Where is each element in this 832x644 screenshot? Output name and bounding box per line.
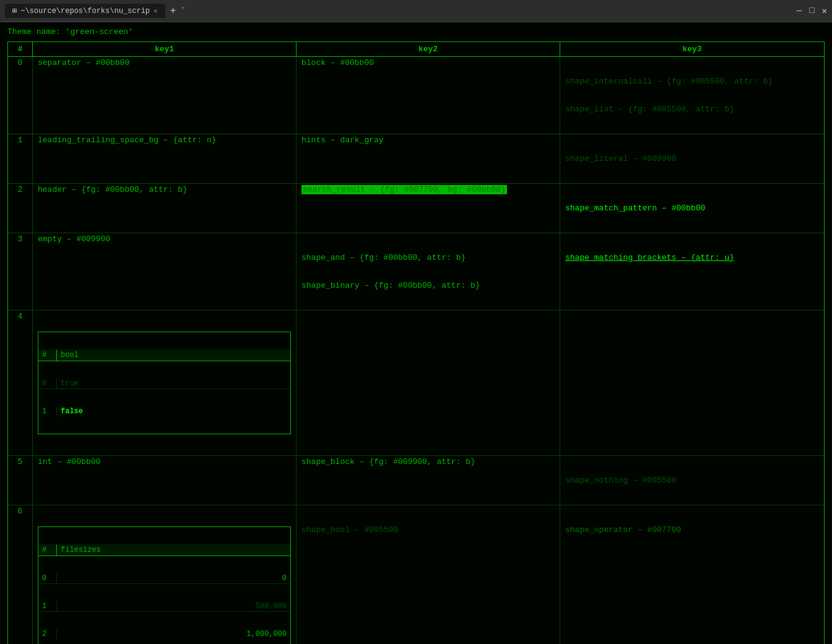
header-key2: key2	[297, 42, 560, 56]
inner-header-filesizes: filesizes	[57, 544, 290, 556]
terminal-tab[interactable]: ⊞ ~\source\repos\forks\nu_scrip ✕	[5, 4, 165, 18]
cell-key1: # filesizes 0 0 1 500,000 2 1,000,000	[33, 505, 297, 644]
cell-key2: shape_block – {fg: #009900, attr: b}	[297, 456, 560, 505]
tab-close-button[interactable]: ✕	[154, 7, 158, 15]
inner-cell-val: 500,000	[57, 601, 290, 611]
cell-key1: separator – #00bb00	[33, 57, 297, 134]
terminal-icon: ⊞	[12, 6, 17, 15]
table-row: 0 separator – #00bb00 block – #00bb00 sh…	[8, 57, 824, 134]
cell-key3: shape_internalcall – {fg: #005500, attr:…	[560, 57, 824, 134]
table-row: 4 # bool 0 true 1 false	[8, 311, 824, 456]
cell-key2: shape_and – {fg: #00bb00, attr: b} shape…	[297, 233, 560, 310]
table-row: 1 leading_trailing_space_bg – {attr: n} …	[8, 134, 824, 184]
header-num: #	[8, 42, 33, 56]
cell-key3: shape_nothing – #005500	[560, 456, 824, 505]
terminal-content: Theme name: 'green-screen' # key1 key2 k…	[0, 22, 832, 644]
restore-button[interactable]: □	[809, 6, 814, 16]
cell-num: 5	[8, 456, 33, 505]
table-row: 2 header – {fg: #00bb00, attr: b} search…	[8, 184, 824, 233]
main-table: # key1 key2 key3 0 separator – #00bb00 b…	[7, 41, 825, 644]
minimize-button[interactable]: —	[797, 6, 802, 16]
cell-num: 2	[8, 184, 33, 233]
cell-key1: # bool 0 true 1 false	[33, 311, 297, 455]
inner-header-num: #	[38, 544, 57, 556]
table-row: 5 int – #00bb00 shape_block – {fg: #0099…	[8, 456, 824, 505]
inner-cell-num: 0	[38, 573, 57, 583]
cell-key2: shape_bool – #005500	[297, 505, 560, 644]
tab-label: ~\source\repos\forks\nu_scrip	[20, 7, 150, 15]
inner-bool-table: # bool 0 true 1 false	[38, 332, 291, 434]
cell-key2: block – #00bb00	[297, 57, 560, 134]
new-tab-button[interactable]: +	[170, 6, 176, 17]
inner-cell-num: 1	[38, 601, 57, 611]
cell-key2	[297, 311, 560, 455]
inner-cell-num: 2	[38, 629, 57, 639]
theme-name-line: Theme name: 'green-screen'	[7, 27, 825, 36]
table-row: 3 empty – #009900 shape_and – {fg: #00bb…	[8, 233, 824, 311]
cell-num: 6	[8, 505, 33, 644]
window-controls: — □ ✕	[797, 6, 827, 16]
cell-key3: shape_match_pattern – #00bb00	[560, 184, 824, 233]
cell-key1: leading_trailing_space_bg – {attr: n}	[33, 134, 297, 183]
cell-num: 4	[8, 311, 33, 455]
cell-key3: shape_matching_brackets – {attr: u}	[560, 233, 824, 310]
tab-dropdown[interactable]: ˅	[181, 6, 185, 16]
cell-num: 0	[8, 57, 33, 134]
header-key1: key1	[33, 42, 297, 56]
inner-cell-val: 0	[57, 573, 290, 583]
cell-key2: search_result – {fg: #007700, bg: #00bb0…	[297, 184, 560, 233]
inner-header-bool: bool	[57, 350, 290, 361]
cell-num: 3	[8, 233, 33, 310]
cell-key1: int – #00bb00	[33, 456, 297, 505]
search-result-highlight: search_result – {fg: #007700, bg: #00bb0…	[301, 185, 507, 194]
table-header-row: # key1 key2 key3	[8, 42, 824, 57]
titlebar: ⊞ ~\source\repos\forks\nu_scrip ✕ + ˅ — …	[0, 0, 832, 22]
inner-filesizes-table: # filesizes 0 0 1 500,000 2 1,000,000	[38, 526, 291, 644]
cell-key1: header – {fg: #00bb00, attr: b}	[33, 184, 297, 233]
inner-cell-false: false	[57, 406, 290, 416]
inner-cell-val: 1,000,000	[57, 629, 290, 639]
inner-cell-num: 0	[38, 379, 57, 389]
cell-key3	[560, 311, 824, 455]
cell-key1: empty – #009900	[33, 233, 297, 310]
inner-cell-num: 1	[38, 406, 57, 416]
cell-key2: hints – dark_gray	[297, 134, 560, 183]
table-row: 6 # filesizes 0 0 1 500,000	[8, 505, 824, 644]
close-button[interactable]: ✕	[822, 6, 827, 16]
inner-cell-true: true	[57, 379, 290, 389]
cell-key3: shape_literal – #009900	[560, 134, 824, 183]
cell-key3: shape_operator – #007700	[560, 505, 824, 644]
cell-num: 1	[8, 134, 33, 183]
header-key3: key3	[560, 42, 824, 56]
inner-header-num: #	[38, 350, 57, 361]
